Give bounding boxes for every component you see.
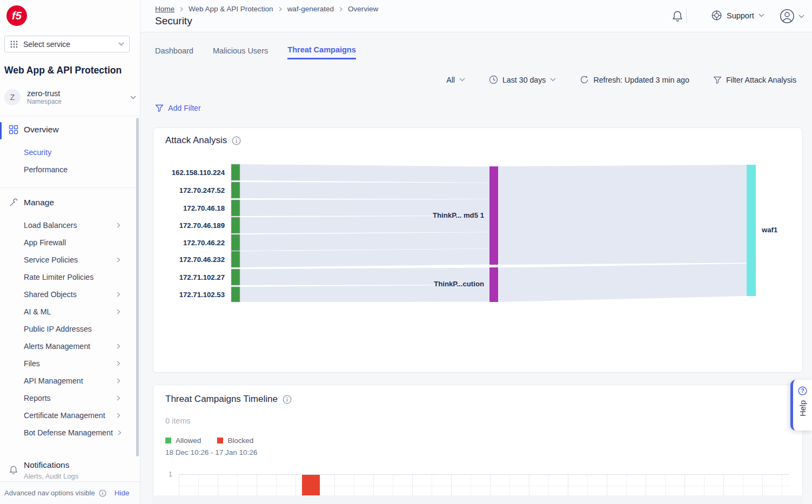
advanced-nav-text: Advanced nav options visible <box>4 489 95 497</box>
time-range-value: Last 30 days <box>502 76 546 84</box>
sankey-middle-node[interactable] <box>489 267 498 302</box>
notifications-sublabel: Alerts, Audit Logs <box>24 472 78 480</box>
chevron-right-icon <box>116 308 121 315</box>
sankey-source-node[interactable] <box>231 164 240 180</box>
namespace-avatar: Z <box>4 89 21 105</box>
chevron-right-icon <box>339 6 343 12</box>
sidebar-item-performance[interactable]: Performance <box>24 165 68 174</box>
sidebar-item-reports[interactable]: Reports <box>24 394 51 402</box>
legend-item-blocked[interactable]: Blocked <box>217 436 253 445</box>
chevron-right-icon <box>116 360 121 367</box>
sankey-link <box>240 249 489 268</box>
legend-swatch-allowed <box>165 438 171 443</box>
chevron-right-icon <box>116 257 121 263</box>
select-service-dropdown[interactable]: Select service <box>4 36 130 52</box>
refresh-icon <box>580 75 589 84</box>
clock-icon <box>489 75 498 84</box>
sidebar: f5 Select service Web App & API Protecti… <box>0 0 140 504</box>
breadcrumb-waf-generated[interactable]: waf-generated <box>287 5 334 13</box>
namespace-switcher[interactable]: Z zero-trust Namespace <box>4 85 136 109</box>
add-filter-label: Add Filter <box>168 104 201 112</box>
hide-nav-link[interactable]: Hide <box>115 489 130 497</box>
user-avatar-icon <box>780 9 795 24</box>
sankey-source-label: 172.71.102.27 <box>179 273 225 281</box>
sidebar-item-public-ip-addresses[interactable]: Public IP Addresses <box>24 325 92 333</box>
wrench-icon <box>9 198 18 207</box>
sidebar-item-service-policies[interactable]: Service Policies <box>24 256 78 264</box>
chevron-right-icon <box>116 395 121 401</box>
support-label: Support <box>727 11 754 20</box>
time-range-dropdown[interactable]: Last 30 days <box>489 75 556 84</box>
sidebar-item-bot-defense-management[interactable]: Bot Defense Management <box>24 428 113 437</box>
legend-item-allowed[interactable]: Allowed <box>165 436 201 445</box>
notification-bell-icon[interactable] <box>671 10 684 23</box>
sidebar-item-notifications[interactable]: Notifications Alerts, Audit Logs <box>9 460 78 480</box>
sidebar-divider <box>0 116 140 116</box>
chevron-down-icon <box>759 14 764 17</box>
tab-dashboard[interactable]: Dashboard <box>155 46 193 59</box>
grid-dots-icon <box>10 40 18 49</box>
chevron-down-icon <box>798 15 804 18</box>
sidebar-scrollbar-thumb[interactable] <box>136 118 139 456</box>
items-count: 0 items <box>165 416 191 425</box>
support-menu[interactable]: Support <box>711 10 764 21</box>
legend-label-allowed: Allowed <box>176 436 201 445</box>
sidebar-item-certificate-management[interactable]: Certificate Management <box>24 411 105 420</box>
sidebar-item-overview[interactable]: Overview <box>9 125 59 135</box>
sidebar-item-ai-ml[interactable]: AI & ML <box>24 307 51 316</box>
account-menu[interactable] <box>780 9 804 24</box>
chevron-right-icon <box>116 378 121 384</box>
filter-attack-analysis-button[interactable]: Filter Attack Analysis <box>713 76 796 84</box>
sankey-source-node[interactable] <box>231 200 240 216</box>
blocked-bar[interactable] <box>302 475 320 496</box>
overview-label: Overview <box>24 125 59 135</box>
header-divider <box>686 8 687 24</box>
sidebar-item-api-management[interactable]: API Management <box>24 377 83 385</box>
sankey-source-node[interactable] <box>231 287 240 302</box>
legend-label-blocked: Blocked <box>227 436 253 445</box>
scope-dropdown[interactable]: All <box>446 76 465 84</box>
filter-bar: All Last 30 days Refresh: Updated 3 min … <box>446 75 796 84</box>
sankey-link <box>240 164 489 183</box>
add-filter-button[interactable]: Add Filter <box>155 104 201 112</box>
sankey-source-node[interactable] <box>231 234 240 251</box>
timeline-plot-area <box>179 474 789 495</box>
info-icon[interactable] <box>232 136 241 145</box>
sankey-target-node[interactable] <box>747 165 756 296</box>
overview-grid-icon <box>9 125 18 135</box>
help-label: Help <box>798 400 807 416</box>
sankey-source-node[interactable] <box>231 182 240 198</box>
bell-icon <box>9 465 18 475</box>
breadcrumb: Home Web App & API Protection waf-genera… <box>155 5 378 13</box>
sankey-source-node[interactable] <box>231 217 240 233</box>
sankey-middle-node[interactable] <box>489 166 498 265</box>
chevron-right-icon <box>116 222 121 229</box>
breadcrumb-home[interactable]: Home <box>155 5 175 13</box>
sidebar-item-files[interactable]: Files <box>24 359 40 368</box>
sankey-middle-label: ThinkP... md5 1 <box>433 211 484 219</box>
sankey-link <box>498 165 747 265</box>
breadcrumb-waap[interactable]: Web App & API Protection <box>189 5 273 13</box>
info-icon[interactable] <box>99 489 106 497</box>
sidebar-item-rate-limiter-policies[interactable]: Rate Limiter Policies <box>24 273 93 281</box>
sidebar-item-shared-objects[interactable]: Shared Objects <box>24 290 77 299</box>
chevron-right-icon <box>179 6 184 12</box>
sankey-source-node[interactable] <box>231 269 240 285</box>
funnel-icon <box>713 76 722 84</box>
info-icon[interactable] <box>283 395 292 404</box>
tab-threat-campaigns[interactable]: Threat Campaigns <box>287 45 356 59</box>
page-title: Security <box>155 15 192 27</box>
sidebar-item-alerts-management[interactable]: Alerts Management <box>24 342 90 351</box>
sidebar-item-app-firewall[interactable]: App Firewall <box>24 238 66 247</box>
help-button[interactable]: ? Help <box>790 380 812 431</box>
refresh-button[interactable]: Refresh: Updated 3 min ago <box>580 75 689 84</box>
chevron-down-icon <box>118 42 124 46</box>
sankey-source-label: 172.70.46.18 <box>183 204 225 212</box>
sidebar-item-security[interactable]: Security <box>24 148 51 157</box>
tab-malicious-users[interactable]: Malicious Users <box>213 46 268 59</box>
timeline-brush-strip[interactable] <box>154 495 803 504</box>
funnel-icon <box>155 104 164 112</box>
sankey-source-node[interactable] <box>231 251 240 267</box>
f5-logo[interactable]: f5 <box>6 5 27 26</box>
sidebar-item-load-balancers[interactable]: Load Balancers <box>24 221 77 230</box>
